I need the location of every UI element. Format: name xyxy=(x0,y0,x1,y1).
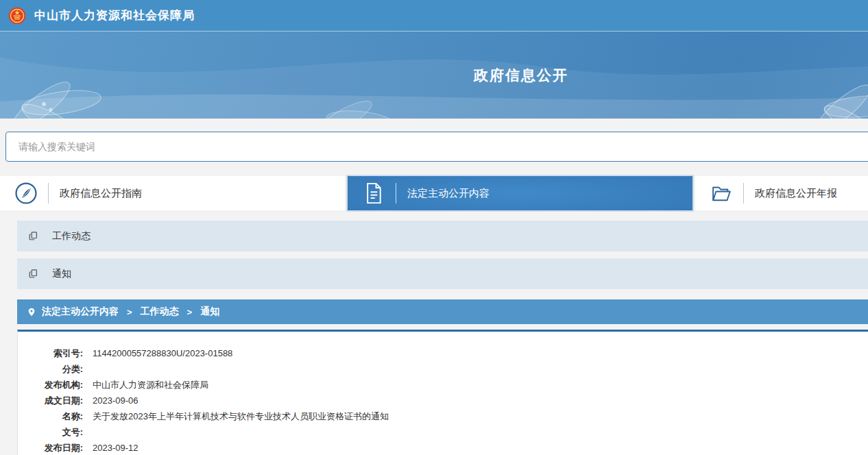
table-row: 分类: xyxy=(18,361,868,377)
field-value: 关于发放2023年上半年计算机技术与软件专业技术人员职业资格证书的通知 xyxy=(93,408,389,424)
browser-viewport: 中山市人力资源和社会保障局 xyxy=(0,0,868,455)
banner: 政府信息公开 xyxy=(0,32,868,119)
breadcrumb: 法定主动公开内容 > 工作动态 > 通知 xyxy=(17,299,868,324)
page-title: 政府信息公开 xyxy=(0,32,868,119)
tab-guide[interactable]: 政府信息公开指南 xyxy=(0,176,345,210)
field-label: 文号: xyxy=(18,424,83,440)
breadcrumb-separator: > xyxy=(127,307,132,317)
document-detail-panel: 索引号: 11442000557288830U/2023-01588 分类: 发… xyxy=(17,330,868,455)
field-label: 索引号: xyxy=(18,345,83,361)
tab-label: 政府信息公开指南 xyxy=(60,187,142,200)
section-bar-notices[interactable]: 通知 xyxy=(17,258,868,289)
search-row xyxy=(0,119,868,162)
breadcrumb-separator: > xyxy=(187,307,193,317)
section-label: 工作动态 xyxy=(52,230,91,243)
divider xyxy=(48,183,49,204)
compass-icon xyxy=(14,182,38,205)
breadcrumb-item[interactable]: 法定主动公开内容 xyxy=(42,306,119,318)
tab-annual-report[interactable]: 政府信息公开年报 xyxy=(695,176,868,210)
breadcrumb-item[interactable]: 工作动态 xyxy=(141,306,179,318)
section-bar-work-trends[interactable]: 工作动态 xyxy=(17,221,868,251)
tab-bar: 政府信息公开指南 法定主动公开内容 xyxy=(0,176,868,210)
section-label: 通知 xyxy=(52,268,71,280)
field-label: 成文日期: xyxy=(18,393,83,408)
tab-label: 法定主动公开内容 xyxy=(407,187,490,200)
annual-report-icon xyxy=(709,182,734,204)
tab-label: 政府信息公开年报 xyxy=(755,187,837,200)
table-row: 发布日期: 2023-09-12 xyxy=(18,440,868,455)
page: 中山市人力资源和社会保障局 xyxy=(0,0,868,455)
field-label: 发布机构: xyxy=(18,377,83,393)
table-row: 名称: 关于发放2023年上半年计算机技术与软件专业技术人员职业资格证书的通知 xyxy=(18,408,868,424)
location-pin-icon xyxy=(27,306,36,318)
table-row: 成文日期: 2023-09-06 xyxy=(18,393,868,408)
national-emblem-icon xyxy=(8,7,26,25)
field-label: 名称: xyxy=(18,408,83,424)
document-icon xyxy=(361,182,386,205)
table-row: 文号: xyxy=(18,424,868,440)
field-label: 发布日期: xyxy=(18,440,83,455)
field-value: 2023-09-06 xyxy=(93,393,138,408)
field-value: 2023-09-12 xyxy=(93,440,138,455)
field-label: 分类: xyxy=(18,361,83,377)
site-name-link[interactable]: 中山市人力资源和社会保障局 xyxy=(34,8,195,23)
table-row: 发布机构: 中山市人力资源和社会保障局 xyxy=(18,377,868,393)
field-value: 中山市人力资源和社会保障局 xyxy=(93,377,208,393)
divider xyxy=(396,183,396,204)
breadcrumb-item[interactable]: 通知 xyxy=(200,306,219,318)
pages-icon xyxy=(28,269,38,279)
field-value: 11442000557288830U/2023-01588 xyxy=(93,345,232,361)
table-row: 索引号: 11442000557288830U/2023-01588 xyxy=(18,345,868,361)
search-input[interactable] xyxy=(5,132,868,162)
divider xyxy=(743,183,744,204)
tab-disclosure-content[interactable]: 法定主动公开内容 xyxy=(348,176,692,210)
topbar: 中山市人力资源和社会保障局 xyxy=(0,0,868,32)
pages-icon xyxy=(28,231,38,241)
